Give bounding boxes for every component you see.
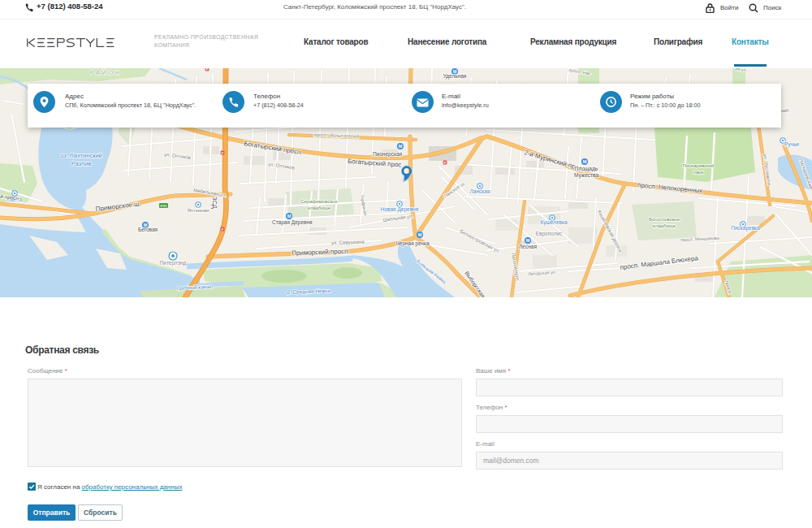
- svg-text:кладбище: кладбище: [308, 206, 331, 210]
- svg-text:Чёрная речка: Чёрная речка: [395, 240, 429, 247]
- svg-text:Старая Деревня: Старая Деревня: [272, 219, 313, 226]
- svg-text:Лесная: Лесная: [519, 244, 537, 249]
- svg-text:наб.: наб.: [781, 108, 790, 113]
- svg-text:парк: парк: [693, 170, 704, 175]
- svg-text:M: M: [418, 232, 422, 237]
- svg-text:Беговая: Беговая: [138, 227, 158, 232]
- svg-text:ЗСД: ЗСД: [211, 197, 218, 209]
- svg-text:M: M: [583, 159, 587, 164]
- svg-text:Разлив: Разлив: [71, 160, 92, 167]
- svg-text:Серафимовское: Серафимовское: [300, 199, 338, 204]
- svg-text:Новая Деревня: Новая Деревня: [381, 206, 419, 213]
- svg-text:Пионерская: Пионерская: [373, 151, 403, 158]
- svg-text:M: M: [287, 214, 292, 219]
- svg-text:Ручьи: Ручьи: [784, 141, 799, 148]
- svg-text:РАЙОН: РАЙОН: [90, 69, 122, 76]
- svg-text:Европолис: Европолис: [536, 231, 563, 237]
- svg-text:Мужества: Мужества: [574, 172, 598, 179]
- svg-text:Кушелевка: Кушелевка: [540, 219, 567, 226]
- svg-text:оз. Лахтинский: оз. Лахтинский: [60, 152, 102, 159]
- svg-text:Удельная: Удельная: [443, 73, 467, 80]
- svg-text:Пискаревка: Пискаревка: [731, 225, 760, 232]
- svg-text:Богословское: Богословское: [649, 217, 680, 222]
- svg-text:Яхтенная: Яхтенная: [188, 208, 209, 213]
- svg-text:кладбище: кладбище: [653, 223, 676, 228]
- svg-text:M: M: [399, 144, 403, 149]
- svg-text:Ланская: Ланская: [470, 188, 490, 194]
- svg-text:Пискаревский: Пискаревский: [683, 163, 715, 168]
- svg-text:Площадь: Площадь: [575, 166, 598, 172]
- svg-text:M: M: [526, 238, 530, 243]
- svg-text:E95: E95: [161, 204, 167, 208]
- svg-text:Питерлэнд: Питерлэнд: [160, 260, 187, 266]
